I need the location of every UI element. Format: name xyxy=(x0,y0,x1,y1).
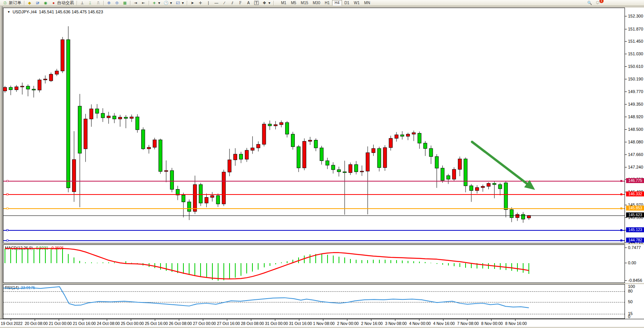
auto-scroll-button[interactable]: ⇥ xyxy=(132,0,140,6)
timeframe-button-m1[interactable]: M1 xyxy=(279,0,289,6)
time-label: 26 Oct 08:00 xyxy=(169,321,192,326)
vertical-line-button[interactable]: | xyxy=(204,0,212,6)
auto-trading-button[interactable]: ● 自动交易 xyxy=(50,0,75,6)
auto-trading-label: 自动交易 xyxy=(57,0,74,6)
time-label: 21 Oct 16:00 xyxy=(73,321,96,326)
timeframe-button-m30[interactable]: M30 xyxy=(310,0,322,6)
zoom-out-button[interactable]: ⊖ xyxy=(113,0,121,6)
horizontal-line-icon: — xyxy=(214,0,219,5)
cursor-tool-button[interactable]: ◆ xyxy=(26,0,34,6)
chart-shift-icon: ⇤ xyxy=(141,0,146,5)
notifications-button[interactable]: 🗩 1 xyxy=(594,0,602,6)
text-button[interactable]: A xyxy=(244,0,252,6)
rsi-line-layer xyxy=(3,285,625,319)
zoom-in-button[interactable]: ⊕ xyxy=(105,0,113,6)
time-tick xyxy=(35,319,35,321)
time-label: 20 Oct 08:00 xyxy=(25,321,48,326)
horizontal-line-button[interactable]: — xyxy=(212,0,220,6)
zoom-in-icon: ⊕ xyxy=(106,0,111,5)
text-label-button[interactable]: 🅃 xyxy=(252,0,260,6)
time-label: 2 Nov 00:00 xyxy=(337,321,359,326)
new-order-icon: 🗋 xyxy=(3,0,8,5)
indicators-button[interactable]: 🞥▾ xyxy=(150,0,162,6)
vertical-line-icon: | xyxy=(206,0,211,5)
market-watch-button[interactable]: 🖳 xyxy=(34,0,42,6)
main-toolbar: 🗋 新订单 ◆ 🖳 ◉ ● 自动交易 ⊥ ⌶ ⎍ ⊕ ⊖ ▦ ⇥ ⇤ 🞥▾ 🕒▾… xyxy=(0,0,644,6)
time-label: 24 Oct 08:00 xyxy=(97,321,120,326)
candlestick-icon: ⌶ xyxy=(88,0,93,5)
price-level-badge: 146.332 xyxy=(626,191,644,196)
rsi-tick-label: 80 xyxy=(628,289,633,293)
price-tick-label: 148.500 xyxy=(628,127,643,132)
periods-button[interactable]: 🕒▾ xyxy=(162,0,174,6)
bar-chart-button[interactable]: ⊥ xyxy=(78,0,86,6)
price-chart-panel[interactable]: ▼ USDJPY-,H4 145.541 145.636 145.475 145… xyxy=(3,8,625,243)
fibonacci-icon: 𝔽 xyxy=(238,0,243,5)
price-tick-label: 149.770 xyxy=(628,89,643,94)
timeframe-button-mn[interactable]: MN xyxy=(362,0,373,6)
price-tick xyxy=(625,54,627,54)
rsi-axis[interactable]: 1008050150 xyxy=(625,284,644,319)
arrows-button[interactable]: ✥▾ xyxy=(260,0,272,6)
tile-windows-button[interactable]: ▦ xyxy=(121,0,129,6)
line-chart-button[interactable]: ⎍ xyxy=(94,0,102,6)
price-level-badge: 145.623 xyxy=(626,212,644,217)
timeframe-group: M1M5M15M30H1H4D1W1MN xyxy=(278,0,374,6)
separator xyxy=(24,1,24,5)
time-tick xyxy=(179,319,179,321)
channel-button[interactable]: ⫽ xyxy=(228,0,236,6)
cursor-button[interactable]: ➤ xyxy=(188,0,196,6)
time-tick xyxy=(155,319,155,321)
separator xyxy=(103,1,104,5)
timeframe-button-m5[interactable]: M5 xyxy=(289,0,299,6)
price-tick-label: 151.450 xyxy=(628,39,643,43)
price-axis[interactable]: 144.710145.130145.550145.970146.400146.8… xyxy=(625,8,644,243)
time-label: 27 Oct 16:00 xyxy=(217,321,240,326)
time-axis[interactable]: 19 Oct 202220 Oct 08:0021 Oct 00:0021 Oc… xyxy=(0,319,644,327)
macd-tick xyxy=(625,248,627,248)
time-tick xyxy=(251,319,251,321)
price-tick-label: 148.920 xyxy=(628,114,643,119)
equidistant-channel-icon: ⫽ xyxy=(230,0,235,5)
price-tick xyxy=(625,79,627,79)
crosshair-icon: ✛ xyxy=(198,0,203,5)
chart-shift-button[interactable]: ⇤ xyxy=(140,0,148,6)
trendline-button[interactable]: ∕ xyxy=(220,0,228,6)
macd-axis[interactable]: 0.74770.00-0.8456 xyxy=(625,244,644,283)
timeframe-button-h4[interactable]: H4 xyxy=(332,0,342,6)
new-order-button[interactable]: 🗋 新订单 xyxy=(1,0,23,6)
time-label: 7 Nov 08:00 xyxy=(457,321,479,326)
timeframe-button-d1[interactable]: D1 xyxy=(342,0,352,6)
search-button[interactable]: 🔍 xyxy=(586,0,594,6)
timeframe-button-m15[interactable]: M15 xyxy=(299,0,310,6)
add-indicator-icon: 🞥 xyxy=(152,0,157,5)
fibonacci-button[interactable]: 𝔽 xyxy=(236,0,244,6)
price-tick xyxy=(625,205,627,205)
rsi-polyline xyxy=(3,287,529,308)
down-trend-arrow[interactable] xyxy=(472,142,533,188)
macd-panel[interactable]: MACD(12,26,9) -0.5031 -0.3505 xyxy=(3,244,625,283)
trend-arrow-annotation[interactable] xyxy=(3,8,625,244)
chevron-down-icon: ▾ xyxy=(158,0,161,5)
timeframe-button-w1[interactable]: W1 xyxy=(352,0,362,6)
time-tick xyxy=(515,319,516,321)
time-tick xyxy=(491,319,491,321)
rsi-panel[interactable]: RSI(14) 33.0175 xyxy=(3,284,625,319)
text-icon: A xyxy=(246,0,251,5)
chevron-down-icon: ▾ xyxy=(268,0,271,5)
clock-icon: 🕒 xyxy=(164,0,169,5)
templates-button[interactable]: 🗠▾ xyxy=(174,0,186,6)
time-tick xyxy=(227,319,227,321)
candlestick-chart-button[interactable]: ⌶ xyxy=(86,0,94,6)
price-tick xyxy=(625,29,627,29)
time-tick xyxy=(83,319,83,321)
price-tick xyxy=(625,117,627,117)
signals-button[interactable]: ◉ xyxy=(42,0,50,6)
time-tick xyxy=(347,319,347,321)
crosshair-button[interactable]: ✛ xyxy=(196,0,204,6)
new-order-label: 新订单 xyxy=(9,0,21,6)
time-tick xyxy=(11,319,11,321)
price-tick-label: 147.660 xyxy=(628,152,643,157)
rsi-tick-label: 100 xyxy=(628,284,635,289)
timeframe-button-h1[interactable]: H1 xyxy=(323,0,332,6)
